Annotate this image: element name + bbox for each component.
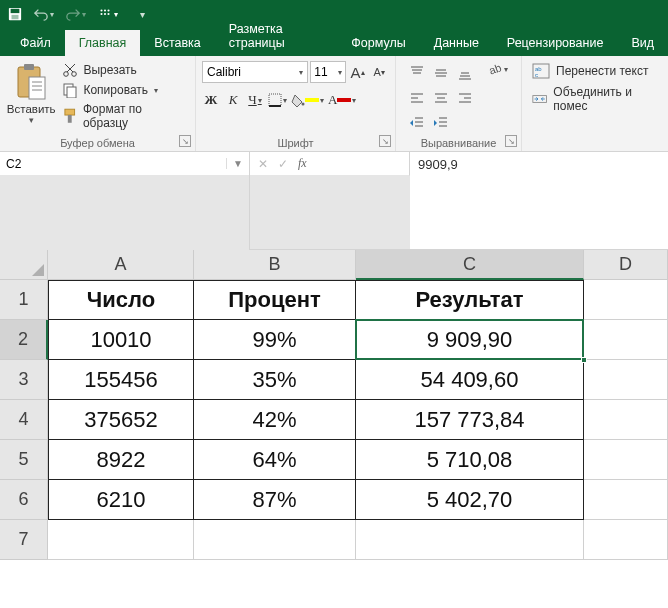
group-label-clipboard: Буфер обмена xyxy=(0,137,195,149)
row-header-5[interactable]: 5 xyxy=(0,440,48,480)
borders-button[interactable]: ▾ xyxy=(268,89,287,111)
format-painter-button[interactable]: Формат по образцу xyxy=(60,101,189,131)
cell-C7[interactable] xyxy=(356,520,584,560)
spreadsheet-grid: ABCD 1234567 ЧислоПроцентРезультат100109… xyxy=(0,250,668,580)
row-header-2[interactable]: 2 xyxy=(0,320,48,360)
chevron-down-icon[interactable]: ▼ xyxy=(226,158,243,169)
cell-B2[interactable]: 99% xyxy=(194,320,356,360)
cell-A6[interactable]: 6210 xyxy=(48,480,194,520)
increase-indent-button[interactable] xyxy=(430,115,452,131)
svg-rect-23 xyxy=(269,94,281,106)
tab-view[interactable]: Вид xyxy=(617,30,668,56)
fill-handle[interactable] xyxy=(581,357,587,363)
cell-D7[interactable] xyxy=(584,520,668,560)
wrap-text-button[interactable]: abc Перенести текст xyxy=(528,60,656,82)
italic-button[interactable]: К xyxy=(224,89,242,111)
tab-review[interactable]: Рецензирование xyxy=(493,30,618,56)
cell-D6[interactable] xyxy=(584,480,668,520)
cell-C2[interactable]: 9 909,90 xyxy=(356,320,584,360)
redo-icon[interactable]: ▾ xyxy=(64,3,88,25)
cell-B6[interactable]: 87% xyxy=(194,480,356,520)
bold-button[interactable]: Ж xyxy=(202,89,220,111)
formula-bar-controls: ✕ ✓ fx xyxy=(250,152,410,176)
cell-B7[interactable] xyxy=(194,520,356,560)
increase-font-button[interactable]: A▴ xyxy=(348,61,368,83)
cell-B1[interactable]: Процент xyxy=(194,280,356,320)
format-painter-label: Формат по образцу xyxy=(83,102,187,130)
cell-C6[interactable]: 5 402,70 xyxy=(356,480,584,520)
tab-insert[interactable]: Вставка xyxy=(140,30,214,56)
tab-data[interactable]: Данные xyxy=(420,30,493,56)
touch-mode-icon[interactable]: ▾ xyxy=(96,3,120,25)
cell-D1[interactable] xyxy=(584,280,668,320)
svg-rect-20 xyxy=(67,87,76,98)
copy-icon xyxy=(62,82,78,98)
alignment-launcher[interactable]: ↘ xyxy=(505,135,517,147)
column-header-B[interactable]: B xyxy=(194,250,356,280)
tab-file[interactable]: Файл xyxy=(6,30,65,56)
formula-bar-input[interactable]: 9909,9 xyxy=(410,152,668,176)
cell-B5[interactable]: 64% xyxy=(194,440,356,480)
cut-button[interactable]: Вырезать xyxy=(60,61,189,79)
save-icon[interactable] xyxy=(6,3,24,25)
tab-formulas[interactable]: Формулы xyxy=(337,30,419,56)
insert-function-button[interactable]: fx xyxy=(298,156,307,171)
cell-A3[interactable]: 155456 xyxy=(48,360,194,400)
borders-icon xyxy=(268,93,282,107)
column-header-C[interactable]: C xyxy=(356,250,584,280)
row-header-3[interactable]: 3 xyxy=(0,360,48,400)
cell-C1[interactable]: Результат xyxy=(356,280,584,320)
copy-button[interactable]: Копировать ▾ xyxy=(60,81,189,99)
row-header-4[interactable]: 4 xyxy=(0,400,48,440)
cell-C5[interactable]: 5 710,08 xyxy=(356,440,584,480)
cell-A2[interactable]: 10010 xyxy=(48,320,194,360)
cell-B4[interactable]: 42% xyxy=(194,400,356,440)
select-all-corner[interactable] xyxy=(0,250,48,280)
name-box-value: C2 xyxy=(6,157,21,171)
cell-A1[interactable]: Число xyxy=(48,280,194,320)
align-bottom-button[interactable] xyxy=(454,61,476,85)
column-header-D[interactable]: D xyxy=(584,250,668,280)
cell-C3[interactable]: 54 409,60 xyxy=(356,360,584,400)
font-launcher[interactable]: ↘ xyxy=(379,135,391,147)
align-center-button[interactable] xyxy=(430,87,452,111)
cell-C4[interactable]: 157 773,84 xyxy=(356,400,584,440)
chevron-down-icon: ▾ xyxy=(29,115,34,125)
align-middle-button[interactable] xyxy=(430,61,452,85)
cell-D2[interactable] xyxy=(584,320,668,360)
tab-page-layout[interactable]: Разметка страницы xyxy=(215,16,337,56)
decrease-indent-button[interactable] xyxy=(406,115,428,131)
align-left-button[interactable] xyxy=(406,87,428,111)
brush-icon xyxy=(62,108,77,124)
cell-A4[interactable]: 375652 xyxy=(48,400,194,440)
merge-center-button[interactable]: Объединить и помес xyxy=(528,82,656,116)
svg-point-6 xyxy=(100,13,102,15)
clipboard-launcher[interactable]: ↘ xyxy=(179,135,191,147)
align-top-button[interactable] xyxy=(406,61,428,85)
decrease-font-button[interactable]: A▾ xyxy=(369,61,389,83)
svg-point-3 xyxy=(100,9,102,11)
underline-button[interactable]: Ч▾ xyxy=(246,89,264,111)
merge-icon xyxy=(532,91,547,107)
row-header-6[interactable]: 6 xyxy=(0,480,48,520)
qat-customize-icon[interactable]: ▾ xyxy=(138,3,147,25)
fill-color-button[interactable]: ▾ xyxy=(291,89,324,111)
cell-D5[interactable] xyxy=(584,440,668,480)
column-header-A[interactable]: A xyxy=(48,250,194,280)
font-name-select[interactable]: Calibri▾ xyxy=(202,61,308,83)
font-size-select[interactable]: 11▾ xyxy=(310,61,346,83)
cell-A7[interactable] xyxy=(48,520,194,560)
name-box[interactable]: C2 ▼ xyxy=(0,152,249,176)
cell-D3[interactable] xyxy=(584,360,668,400)
undo-icon[interactable]: ▾ xyxy=(32,3,56,25)
cell-A5[interactable]: 8922 xyxy=(48,440,194,480)
svg-point-16 xyxy=(72,72,77,77)
cell-B3[interactable]: 35% xyxy=(194,360,356,400)
align-right-button[interactable] xyxy=(454,87,476,111)
font-color-button[interactable]: A ▾ xyxy=(328,89,356,111)
row-header-1[interactable]: 1 xyxy=(0,280,48,320)
tab-home[interactable]: Главная xyxy=(65,30,141,56)
row-header-7[interactable]: 7 xyxy=(0,520,48,560)
orientation-button[interactable]: ab▾ xyxy=(482,61,512,77)
cell-D4[interactable] xyxy=(584,400,668,440)
